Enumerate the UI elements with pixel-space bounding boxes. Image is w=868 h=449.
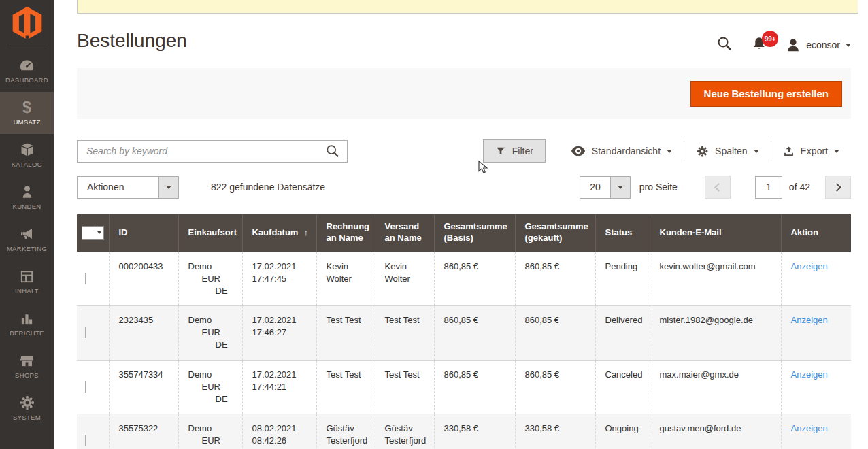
sidebar-item-dashboard[interactable]: DASHBOARD xyxy=(0,50,54,92)
row-checkbox[interactable] xyxy=(85,381,86,393)
per-page-label: pro Seite xyxy=(639,182,678,193)
row-checkbox-cell xyxy=(77,306,109,361)
cell-email: mister.1982@google.de xyxy=(650,306,781,361)
sidebar-item-label: SHOPS xyxy=(0,371,54,379)
sidebar-item-marketing[interactable]: MARKETING xyxy=(0,218,54,261)
cell-action: Anzeigen xyxy=(781,252,851,306)
cell-order-id: 2323435 xyxy=(109,306,178,361)
new-order-button[interactable]: Neue Bestellung erstellen xyxy=(690,81,842,107)
table-row: 2323435 Demo EUR DE 17.02.2021 17:46:27 … xyxy=(77,306,851,361)
cell-purchase-date: 17.02.2021 17:44:21 xyxy=(242,360,316,414)
content-layout-icon xyxy=(0,267,54,285)
next-page-button[interactable] xyxy=(825,176,851,199)
user-avatar-icon xyxy=(786,37,801,52)
pagination: 20 pro Seite of 42 xyxy=(580,176,851,199)
column-header-bill-to[interactable]: Rechnung an Name xyxy=(316,214,375,252)
cell-action: Anzeigen xyxy=(781,306,851,361)
sidebar-item-shops[interactable]: SHOPS xyxy=(0,345,54,387)
global-search-icon[interactable] xyxy=(716,35,733,54)
page-title: Bestellungen xyxy=(77,30,187,52)
view-order-link[interactable]: Anzeigen xyxy=(791,369,828,380)
export-icon xyxy=(783,146,795,157)
column-header-date[interactable]: Kaufdatum↑ xyxy=(242,214,316,252)
filter-funnel-icon xyxy=(495,146,506,156)
cell-ship-to: Test Test xyxy=(375,306,434,361)
cell-store: Demo EUR DE xyxy=(178,306,242,361)
dashboard-icon xyxy=(0,56,54,74)
cell-bill-to: Test Test xyxy=(316,360,375,414)
cell-bill-to: Güstäv Testerfjord xyxy=(316,414,375,449)
keyword-search-box xyxy=(77,140,348,163)
cell-total-base: 860,85 € xyxy=(434,306,515,361)
cell-total-purchased: 860,85 € xyxy=(515,252,595,306)
cell-status: Delivered xyxy=(595,306,650,361)
row-checkbox[interactable] xyxy=(85,327,86,338)
cell-email: kevin.wolter@gmail.com xyxy=(650,252,781,306)
magento-logo[interactable] xyxy=(0,0,54,41)
view-selector[interactable]: Standardansicht xyxy=(559,146,684,156)
orders-table: ID Einkaufsort Kaufdatum↑ Rechnung an Na… xyxy=(77,214,851,449)
cell-ship-to: Güstäv Testerfjord xyxy=(375,414,434,449)
per-page-dropdown[interactable]: 20 xyxy=(580,176,631,199)
cell-order-id: 000200433 xyxy=(109,252,178,306)
cell-email: gustav.men@ford.de xyxy=(650,414,781,449)
column-header-store[interactable]: Einkaufsort xyxy=(178,214,242,252)
view-order-link[interactable]: Anzeigen xyxy=(791,315,828,325)
cell-bill-to: Test Test xyxy=(316,306,375,361)
admin-sidebar: DASHBOARD UMSATZ KATALOG KUNDEN MARKETIN… xyxy=(0,0,54,449)
mass-actions-dropdown[interactable]: Aktionen xyxy=(77,176,179,199)
sidebar-item-umsatz[interactable]: UMSATZ xyxy=(0,92,54,134)
cell-bill-to: Kevin Wolter xyxy=(316,252,375,306)
cell-ship-to: Kevin Wolter xyxy=(375,252,434,306)
sidebar-item-inhalt[interactable]: INHALT xyxy=(0,261,54,303)
sidebar-item-system[interactable]: SYSTEM xyxy=(0,387,54,429)
chevron-right-icon xyxy=(833,183,841,192)
cell-store: Demo EUR DE xyxy=(178,414,242,449)
view-order-link[interactable]: Anzeigen xyxy=(791,423,828,433)
export-selector[interactable]: Export xyxy=(771,146,851,157)
column-header-ship-to[interactable]: Versand an Name xyxy=(375,214,434,252)
cell-total-purchased: 860,85 € xyxy=(515,360,595,414)
search-input[interactable] xyxy=(78,146,318,156)
select-all-checkbox-dropdown[interactable] xyxy=(82,226,104,240)
column-header-email[interactable]: Kunden-E-Mail xyxy=(650,214,781,252)
cell-purchase-date: 17.02.2021 17:46:27 xyxy=(242,306,316,361)
previous-page-button[interactable] xyxy=(705,176,731,199)
search-submit-button[interactable] xyxy=(318,144,347,159)
grid-toolbar-controls: Filter Standardansicht Spalten Export xyxy=(483,139,851,163)
notifications-bell-icon[interactable]: 99+ xyxy=(752,35,767,54)
column-header-total-base[interactable]: Gesamtsumme (Basis) xyxy=(434,214,515,252)
cell-store: Demo EUR DE xyxy=(178,360,242,414)
column-header-total-purchased[interactable]: Gesamtsumme (gekauft) xyxy=(515,214,595,252)
cell-total-base: 330,58 € xyxy=(434,414,515,449)
sidebar-item-kunden[interactable]: KUNDEN xyxy=(0,176,54,218)
notification-count-badge: 99+ xyxy=(762,31,778,47)
cell-email: max.maier@gmx.de xyxy=(650,360,781,414)
cell-total-base: 860,85 € xyxy=(434,252,515,306)
dropdown-caret xyxy=(610,177,630,198)
sidebar-item-label: SYSTEM xyxy=(0,414,54,421)
row-checkbox[interactable] xyxy=(85,435,86,446)
column-header-id[interactable]: ID xyxy=(109,214,178,252)
chevron-down-icon xyxy=(846,44,851,47)
sidebar-item-katalog[interactable]: KATALOG xyxy=(0,134,54,176)
cell-total-base: 860,85 € xyxy=(434,360,515,414)
sidebar-item-berichte[interactable]: BERICHTE xyxy=(0,303,54,345)
reports-barchart-icon xyxy=(0,310,54,327)
view-order-link[interactable]: Anzeigen xyxy=(791,261,828,271)
dropdown-caret xyxy=(158,177,178,198)
row-checkbox[interactable] xyxy=(85,273,86,284)
columns-selector[interactable]: Spalten xyxy=(684,145,770,158)
sidebar-item-label: DASHBOARD xyxy=(0,76,54,84)
cell-action: Anzeigen xyxy=(781,414,851,449)
filter-button[interactable]: Filter xyxy=(483,139,546,163)
sidebar-divider xyxy=(9,44,45,44)
column-header-status[interactable]: Status xyxy=(595,214,650,252)
search-icon xyxy=(325,144,340,159)
cell-total-purchased: 860,85 € xyxy=(515,306,595,361)
username: econsor xyxy=(806,39,840,50)
customers-person-icon xyxy=(0,183,54,201)
column-header-action[interactable]: Aktion xyxy=(781,214,851,252)
current-page-input[interactable] xyxy=(755,176,782,199)
user-menu[interactable]: econsor xyxy=(786,37,851,52)
